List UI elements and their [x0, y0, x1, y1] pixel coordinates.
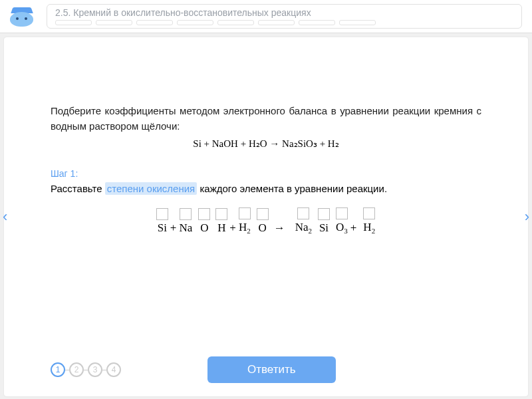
element-column: Na: [178, 208, 193, 235]
oxidation-state-input[interactable]: [257, 208, 269, 220]
oxidation-state-input[interactable]: [363, 207, 375, 219]
oxidation-state-input[interactable]: [297, 207, 309, 219]
element-column: O: [257, 208, 269, 235]
answer-button[interactable]: Ответить: [207, 356, 336, 383]
term-highlight[interactable]: степени окисления: [105, 182, 198, 195]
arrow-symbol: →: [270, 221, 289, 235]
element-column: H2: [362, 207, 376, 235]
element-symbol: O: [258, 221, 267, 235]
element-column: Na2: [295, 207, 313, 235]
oxidation-state-input[interactable]: [215, 208, 227, 220]
oxidation-state-input[interactable]: [318, 208, 330, 220]
element-column: O3: [335, 207, 348, 235]
progress-slot: [258, 20, 295, 25]
oxidation-state-input[interactable]: [198, 208, 210, 220]
element-symbol: Si: [319, 221, 329, 235]
step-pager: 1234: [51, 362, 121, 377]
element-column: Si: [156, 208, 168, 235]
progress-slot: [136, 20, 173, 25]
element-column: O: [198, 208, 210, 235]
step-indicator-3[interactable]: 3: [88, 362, 102, 377]
app-header: 2.5. Кремний в окислительно-восстановите…: [0, 0, 532, 33]
element-column: Si: [318, 208, 330, 235]
step-instruction: Расставьте степени окисления каждого эле…: [51, 183, 481, 194]
progress-bar: [55, 20, 513, 25]
progress-slot: [217, 20, 254, 25]
operator: +: [350, 221, 358, 235]
oxidation-state-input[interactable]: [180, 208, 192, 220]
element-symbol: Na2: [295, 221, 313, 235]
element-symbol: O: [200, 221, 209, 235]
element-symbol: H: [217, 221, 226, 235]
nav-next-button[interactable]: ›: [525, 208, 529, 225]
progress-slot: [96, 20, 132, 25]
progress-slot: [299, 20, 335, 25]
app-logo[interactable]: [10, 7, 33, 27]
lesson-title: 2.5. Кремний в окислительно-восстановите…: [55, 7, 513, 18]
nav-prev-button[interactable]: ‹: [3, 208, 7, 225]
step-indicator-1[interactable]: 1: [51, 362, 65, 377]
progress-slot: [55, 20, 92, 25]
oxidation-state-input[interactable]: [336, 207, 348, 219]
progress-slot: [177, 20, 213, 25]
step-indicator-2[interactable]: 2: [69, 362, 84, 377]
element-symbol: Si: [157, 221, 168, 235]
operator: +: [170, 221, 178, 235]
progress-slot: [339, 20, 376, 25]
element-column: H: [215, 208, 227, 235]
lesson-title-box: 2.5. Кремний в окислительно-восстановите…: [47, 4, 522, 29]
element-symbol: H2: [238, 221, 251, 235]
element-symbol: O3: [335, 221, 348, 235]
problem-text: Подберите коэффициенты методом электронн…: [51, 104, 481, 134]
card-footer: 1234 Ответить: [51, 356, 481, 383]
step-indicator-4[interactable]: 4: [106, 362, 121, 377]
oxidation-work-area: Si+NaOH+H2O→Na2SiO3+H2: [51, 207, 481, 235]
oxidation-state-input[interactable]: [239, 207, 251, 219]
operator: +: [229, 221, 237, 235]
step-label: Шаг 1:: [51, 168, 481, 179]
element-column: H2: [238, 207, 251, 235]
element-symbol: H2: [362, 221, 376, 235]
problem-equation: Si + NaOH + H₂O → Na₂SiO₃ + H₂: [51, 138, 481, 150]
element-symbol: Na: [178, 221, 193, 235]
content-card: ‹ › Подберите коэффициенты методом элект…: [4, 37, 528, 396]
oxidation-state-input[interactable]: [156, 208, 168, 220]
